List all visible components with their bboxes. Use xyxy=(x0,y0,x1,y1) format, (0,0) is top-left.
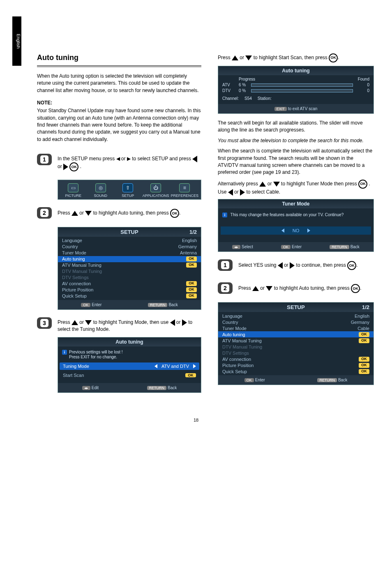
setup-menu-cable-screenshot: SETUP 1/2 LanguageEnglish CountryGermany… xyxy=(218,302,374,385)
at-title: Auto tuning xyxy=(58,337,201,346)
r-step1-text: Select YES using or to continue, then pr… xyxy=(238,259,374,270)
ok-button-icon: OK xyxy=(358,180,367,189)
page-number: 18 xyxy=(0,418,392,423)
arrow-right-icon xyxy=(290,262,295,269)
row-quick-setup: Quick SetupOK xyxy=(58,293,201,299)
arrow-left-icon xyxy=(170,319,175,326)
step-1-text: In the SETUP menu press ◀ or ▶ to select… xyxy=(58,154,201,171)
r-para5: Alternatively press or to highlight Tune… xyxy=(218,180,374,196)
row-dtv-settings: DTV Settings xyxy=(58,275,201,281)
arrow-right-icon xyxy=(193,364,196,368)
row2-auto-tuning: Auto tuningOK xyxy=(218,331,374,337)
row-atv-manual: ATV Manual TuningOK xyxy=(58,262,201,268)
ok-button-icon: OK xyxy=(69,162,78,171)
tab-preferences: ≡PREFERENCES xyxy=(171,183,199,198)
r-step-2: 2 Press or to highlight Auto tuning, the… xyxy=(218,282,374,294)
r-para2: The search will begin for all available … xyxy=(218,120,374,134)
step-1: 1 In the SETUP menu press ◀ or ▶ to sele… xyxy=(37,154,201,171)
arrow-left-icon xyxy=(281,229,284,233)
row-country: CountryGermany xyxy=(58,244,201,250)
r-step-1: 1 Select YES using or to continue, then … xyxy=(218,259,374,271)
arrow-down-icon xyxy=(273,182,280,187)
step-badge-1: 1 xyxy=(37,154,52,165)
progress-grid: ProgressFound ATV 6 % 0 DTV 0 % 0 xyxy=(218,75,374,95)
tuner-mode-title: Tuner Mode xyxy=(218,199,374,208)
setup2-page-indicator: 1/2 xyxy=(362,304,369,310)
arrow-down-icon xyxy=(85,211,92,216)
arrow-up-icon xyxy=(259,182,266,187)
row-auto-tuning: Auto tuningOK xyxy=(58,256,201,262)
arrow-up-icon xyxy=(71,211,78,216)
note-label: NOTE: xyxy=(37,100,201,106)
setup-menu-screenshot: SETUP 1/2 LanguageEnglish CountryGermany… xyxy=(58,227,201,310)
at-tuning-mode-row: Tuning Mode ATV and DTV xyxy=(60,363,199,370)
row2-picture-pos: Picture PositionOK xyxy=(218,362,374,368)
arrow-left-icon xyxy=(154,364,157,368)
r-step2-text: Press or to highlight Auto tuning, then … xyxy=(238,282,374,293)
step-3: 3 Press or to highlight Tuning Mode, the… xyxy=(37,317,201,333)
setup2-footer: OKEnter RETURNBack xyxy=(218,375,374,385)
ok-button-icon: OK xyxy=(170,209,179,218)
side-tab-column: English xyxy=(12,16,21,393)
info-icon: i xyxy=(62,350,67,355)
step-badge-3: 3 xyxy=(37,317,52,329)
progress-footer: EXITto exit ATV scan xyxy=(218,104,374,113)
row-language: LanguageEnglish xyxy=(58,238,201,244)
step-2: 2 Press or to highlight Auto tuning, the… xyxy=(37,207,201,219)
ok-button-icon: OK xyxy=(351,284,360,293)
row2-tuner-mode: Tuner ModeCable xyxy=(218,325,374,331)
arrow-left-icon xyxy=(228,189,233,196)
progress-row-dtv-label: DTV xyxy=(222,88,239,93)
arrow-up-icon xyxy=(232,55,238,60)
tab-setup: ⇧SETUP xyxy=(115,183,141,198)
row2-dtv-settings: DTV Settings xyxy=(218,350,374,356)
setup-tab-row: ▭PICTURE ◎SOUND ⇧SETUP ⏻APPLICATIONS ≡PR… xyxy=(58,180,201,199)
row-av-conn: AV connectionOK xyxy=(58,281,201,287)
step-2-text: Press or to highlight Auto tuning, then … xyxy=(58,207,201,218)
section-heading: Auto tuning xyxy=(37,53,201,62)
row2-country: CountryGermany xyxy=(218,319,374,325)
setup-page-indicator: 1/2 xyxy=(189,229,197,235)
ok-button-icon: OK xyxy=(347,261,356,270)
tab-picture: ▭PICTURE xyxy=(60,183,86,198)
divider-2 xyxy=(37,67,201,67)
setup-tabs-screenshot: ▭PICTURE ◎SOUND ⇧SETUP ⏻APPLICATIONS ≡PR… xyxy=(58,180,201,200)
auto-tuning-warning-screenshot: Auto tuning iPrevious settings will be l… xyxy=(58,337,201,393)
progress-screenshot: Auto tuning ProgressFound ATV 6 % 0 DTV … xyxy=(218,66,374,114)
divider xyxy=(37,65,201,66)
at-start-scan-row: Start Scan OK xyxy=(60,372,199,379)
row2-dtv-manual: DTV Manual Tuning xyxy=(218,344,374,350)
row2-atv-manual: ATV Manual TuningOK xyxy=(218,337,374,344)
tab-applications: ⏻APPLICATIONS xyxy=(143,183,169,198)
setup-menu-body: LanguageEnglish CountryGermany Tuner Mod… xyxy=(58,237,201,300)
setup2-body: LanguageEnglish CountryGermany Tuner Mod… xyxy=(218,312,374,375)
row-tuner-mode: Tuner ModeAntenna xyxy=(58,250,201,256)
setup-footer: OKEnter RETURNBack xyxy=(58,300,201,309)
arrow-right-icon xyxy=(240,189,245,196)
progress-bar-atv xyxy=(251,83,353,87)
step-badge-r2: 2 xyxy=(218,282,233,294)
arrow-left-icon xyxy=(278,262,283,269)
tuner-warning: i This may change the features available… xyxy=(218,208,374,218)
channel-row: Channel:S54 Station: xyxy=(218,95,374,104)
row-dtv-manual: DTV Manual Tuning xyxy=(58,268,201,275)
setup-title: SETUP xyxy=(120,229,138,235)
intro-paragraph: When the Auto tuning option is selected … xyxy=(37,73,201,94)
arrow-down-icon xyxy=(245,55,252,60)
tuner-mode-screenshot: Tuner Mode i This may change the feature… xyxy=(218,199,374,252)
progress-title: Auto tuning xyxy=(218,66,374,75)
setup2-title: SETUP xyxy=(287,304,304,310)
r-para1: Press or to highlight Start Scan, then p… xyxy=(218,53,374,62)
arrow-right-icon xyxy=(307,229,310,233)
at-footer: ◂▸Edit RETURNBack xyxy=(58,383,201,393)
arrow-down-icon xyxy=(266,286,272,291)
r-para3: You must allow the television to complet… xyxy=(218,137,374,144)
step-badge-r1: 1 xyxy=(218,259,233,271)
arrow-right-icon xyxy=(63,164,68,170)
row2-av-conn: AV connectionOK xyxy=(218,356,374,362)
right-column: Press or to highlight Start Scan, then p… xyxy=(218,16,374,393)
tab-sound: ◎SOUND xyxy=(88,183,114,198)
progress-bar-dtv xyxy=(251,89,353,92)
page-root: English Auto tuning When the Auto tuning… xyxy=(0,0,392,405)
r-para4: When the search is complete the televisi… xyxy=(218,148,374,176)
